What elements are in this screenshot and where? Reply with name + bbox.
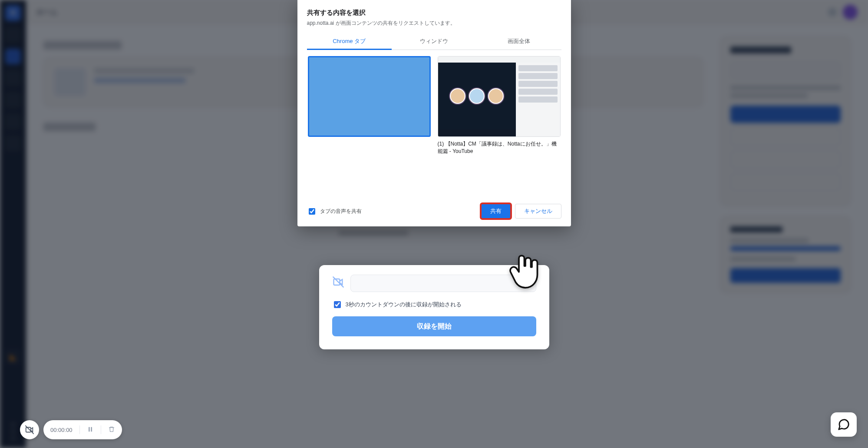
start-recording-button[interactable]: 収録を開始 (332, 316, 536, 336)
share-source-1-caption (308, 140, 431, 153)
recording-time: 00:00:00 (50, 427, 73, 433)
svg-rect-2 (89, 427, 90, 431)
recording-camera-toggle[interactable] (20, 420, 39, 439)
chat-icon (837, 418, 850, 431)
tab-entire-screen[interactable]: 画面全体 (476, 33, 561, 50)
screen-share-dialog: 共有する内容を選択 app.notta.ai が画面コンテンツの共有をリクエスト… (297, 0, 571, 226)
divider (101, 425, 101, 434)
share-tab-audio-label: タブの音声を共有 (320, 208, 362, 215)
pause-icon[interactable] (87, 426, 94, 434)
share-tabs: Chrome タブ ウィンドウ 画面全体 (307, 33, 561, 50)
countdown-label: 3秒のカウントダウンの後に収録が開始される (346, 301, 462, 309)
recorder-panel: 3秒のカウントダウンの後に収録が開始される 収録を開始 (319, 265, 549, 349)
tab-window[interactable]: ウィンドウ (392, 33, 476, 50)
countdown-checkbox-row[interactable]: 3秒のカウントダウンの後に収録が開始される (332, 300, 536, 309)
share-button-highlight: 共有 (481, 204, 511, 219)
camera-off-icon (332, 276, 344, 291)
share-tab-audio-row[interactable]: タブの音声を共有 (307, 207, 362, 216)
share-sources-grid: (1) 【Notta】CM「議事録は、Nottaにお任せ。」機能篇 - YouT… (307, 50, 561, 198)
camera-off-icon (25, 425, 34, 435)
share-source-1[interactable] (308, 56, 431, 153)
countdown-checkbox[interactable] (334, 301, 341, 308)
chat-fab[interactable] (831, 412, 857, 437)
share-source-2[interactable]: (1) 【Notta】CM「議事録は、Nottaにお任せ。」機能篇 - YouT… (438, 56, 561, 155)
trash-icon[interactable] (108, 426, 115, 434)
divider (79, 425, 80, 434)
share-source-2-thumb (438, 56, 561, 137)
cancel-button[interactable]: キャンセル (515, 204, 561, 219)
dialog-footer: タブの音声を共有 共有 キャンセル (307, 204, 561, 219)
recorder-title-input[interactable] (350, 275, 536, 292)
share-source-1-thumb (308, 56, 431, 137)
share-tab-audio-checkbox[interactable] (309, 208, 315, 215)
dialog-title: 共有する内容を選択 (307, 9, 561, 17)
recording-pill: 00:00:00 (20, 420, 122, 439)
recording-controls: 00:00:00 (43, 420, 122, 439)
dialog-subtitle: app.notta.ai が画面コンテンツの共有をリクエストしています。 (307, 20, 561, 27)
tab-chrome-tab[interactable]: Chrome タブ (307, 33, 392, 50)
share-button[interactable]: 共有 (481, 204, 511, 219)
share-source-2-caption: (1) 【Notta】CM「議事録は、Nottaにお任せ。」機能篇 - YouT… (438, 140, 561, 155)
svg-rect-3 (91, 427, 92, 431)
